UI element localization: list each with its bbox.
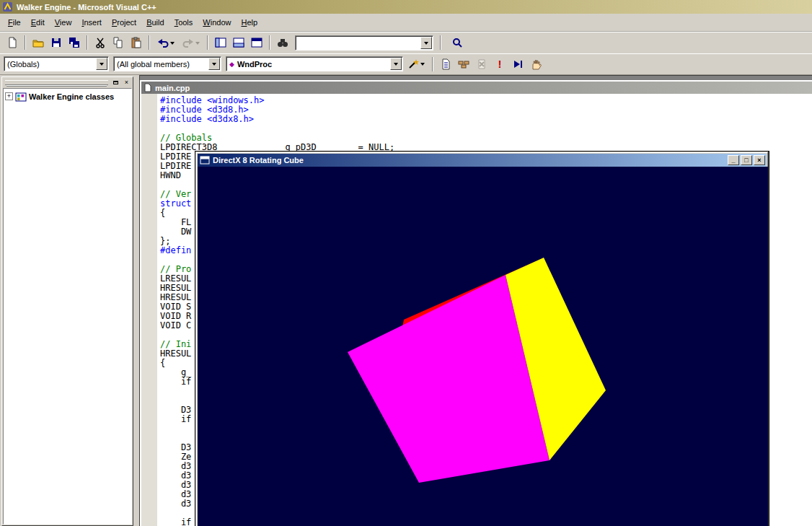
toolbar-separator	[149, 35, 150, 50]
window-panes-icon	[251, 37, 262, 48]
find-combo-dropdown[interactable]	[420, 37, 432, 49]
menu-item-help[interactable]: Help	[236, 15, 262, 30]
wizard-toolbar: (Globals) (All global members) ◆ WndProc…	[0, 53, 812, 75]
editor-title: main.cpp	[155, 84, 190, 92]
panel-close-button[interactable]: ×	[122, 78, 131, 87]
function-combo-value: WndProc	[237, 60, 272, 69]
directx-client	[198, 167, 768, 526]
find-in-files-button[interactable]	[274, 34, 291, 51]
directx-titlebar[interactable]: DirectX 8 Rotating Cube _ □ ×	[198, 154, 767, 167]
cube-canvas	[198, 167, 768, 526]
paste-icon	[131, 37, 142, 48]
stop-build-icon	[476, 58, 487, 70]
execute-icon: !	[498, 58, 502, 70]
app-titlebar[interactable]: Walker Engine - Microsoft Visual C++	[0, 0, 812, 14]
wizardbar-dropdown-icon[interactable]	[420, 63, 425, 68]
cut-button[interactable]	[92, 34, 109, 51]
toolbar-separator	[440, 35, 441, 50]
workspace-toggle-button[interactable]	[212, 34, 229, 51]
menu-item-window[interactable]: Window	[198, 15, 236, 30]
filter-combo-dropdown[interactable]	[208, 58, 220, 70]
menu-item-view[interactable]: View	[50, 15, 77, 30]
save-button[interactable]	[48, 34, 65, 51]
menu-item-tools[interactable]: Tools	[169, 15, 198, 30]
open-folder-icon	[32, 37, 44, 48]
maximize-button[interactable]: □	[741, 155, 752, 165]
function-combo[interactable]: ◆ WndProc	[226, 56, 403, 71]
wizardbar-actions-button[interactable]	[404, 56, 428, 73]
redo-button[interactable]	[179, 34, 203, 51]
copy-button[interactable]	[110, 34, 127, 51]
compile-button[interactable]	[437, 56, 454, 73]
tree-expander-icon[interactable]: +	[5, 92, 13, 100]
app-title: Walker Engine - Microsoft Visual C++	[17, 3, 156, 12]
filter-combo-value: (All global members)	[117, 60, 190, 69]
classview-tree: + Walker Engine classes	[3, 88, 132, 525]
editor-margin[interactable]	[141, 94, 157, 526]
new-file-button[interactable]	[4, 34, 21, 51]
workspace-panel: × + Walker Engine classes	[1, 76, 133, 526]
member-function-icon: ◆	[229, 61, 234, 68]
menu-item-edit[interactable]: Edit	[26, 15, 50, 30]
close-button[interactable]: ×	[754, 155, 765, 165]
menu-item-file[interactable]: File	[3, 15, 26, 30]
menu-bar: FileEditViewInsertProjectBuildToolsWindo…	[0, 14, 812, 32]
workspace-panes-icon	[215, 37, 226, 48]
binoculars-icon	[277, 37, 288, 48]
save-all-icon	[69, 37, 80, 48]
directx-window: DirectX 8 Rotating Cube _ □ ×	[195, 151, 769, 526]
undo-dropdown-icon[interactable]	[170, 42, 175, 47]
paste-button[interactable]	[128, 34, 145, 51]
scope-combo-dropdown[interactable]	[96, 58, 107, 70]
editor-titlebar[interactable]: main.cpp	[141, 82, 812, 94]
undo-icon	[157, 38, 169, 48]
redo-dropdown-icon[interactable]	[195, 42, 200, 47]
save-icon	[50, 37, 62, 48]
menu-item-project[interactable]: Project	[107, 15, 141, 30]
cut-icon	[94, 37, 106, 48]
tree-item-root[interactable]: + Walker Engine classes	[5, 91, 130, 102]
magnifier-icon	[451, 37, 463, 48]
toolbar-separator	[87, 35, 88, 50]
toolbar-separator	[269, 35, 270, 50]
execute-button[interactable]: !	[491, 56, 508, 73]
directx-window-icon	[200, 156, 210, 165]
panel-dock-button[interactable]	[111, 78, 120, 87]
build-button[interactable]	[455, 56, 472, 73]
function-combo-dropdown[interactable]	[390, 58, 402, 70]
tree-root-label: Walker Engine classes	[29, 92, 114, 101]
output-panes-icon	[233, 37, 244, 48]
undo-button[interactable]	[154, 34, 178, 51]
window-list-button[interactable]	[248, 34, 265, 51]
copy-icon	[112, 37, 124, 48]
window-controls: _ □ ×	[728, 155, 765, 165]
breakpoint-hand-icon	[530, 58, 542, 70]
toolbar-separator	[25, 35, 26, 50]
scope-combo[interactable]: (Globals)	[4, 56, 109, 71]
standard-toolbar	[0, 32, 812, 53]
menu-item-insert[interactable]: Insert	[76, 15, 107, 30]
find-combo[interactable]	[295, 35, 433, 51]
redo-icon	[182, 38, 194, 48]
filter-combo[interactable]: (All global members)	[113, 56, 221, 71]
menu-item-build[interactable]: Build	[141, 15, 169, 30]
workspace-panel-header: ×	[2, 77, 133, 87]
breakpoint-button[interactable]	[527, 56, 544, 73]
save-all-button[interactable]	[66, 34, 83, 51]
panel-grip[interactable]	[5, 80, 108, 85]
build-icon	[458, 58, 469, 70]
dock-icon	[113, 81, 118, 84]
code-line: #include <d3dx8.h>	[160, 115, 394, 124]
document-icon	[144, 83, 152, 92]
search-options-button[interactable]	[445, 34, 469, 51]
wand-icon	[408, 58, 419, 69]
output-toggle-button[interactable]	[230, 34, 247, 51]
scope-combo-value: (Globals)	[7, 60, 40, 69]
open-button[interactable]	[30, 34, 47, 51]
minimize-button[interactable]: _	[728, 155, 739, 165]
stop-build-button[interactable]	[473, 56, 490, 73]
app-icon	[2, 1, 13, 12]
classview-folder-icon	[15, 91, 27, 102]
toolbar-separator	[432, 57, 433, 71]
go-button[interactable]	[509, 56, 526, 73]
